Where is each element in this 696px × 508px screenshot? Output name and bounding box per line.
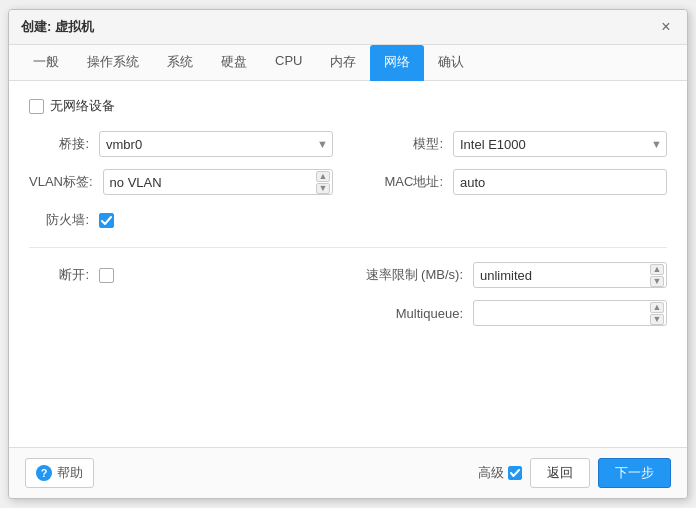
rate-row: 速率限制 (MB/s): ▲ ▼ bbox=[363, 260, 667, 290]
create-vm-dialog: 创建: 虚拟机 × 一般 操作系统 系统 硬盘 CPU 内存 网络 确认 无网络… bbox=[8, 9, 688, 499]
multiqueue-down-arrow[interactable]: ▼ bbox=[650, 314, 664, 325]
firewall-control bbox=[99, 213, 333, 228]
rate-input[interactable] bbox=[473, 262, 667, 288]
advanced-check-icon bbox=[510, 469, 520, 477]
close-button[interactable]: × bbox=[657, 18, 675, 36]
vlan-input[interactable] bbox=[103, 169, 333, 195]
bridge-select-wrapper: vmbr0 vmbr1 vmbr2 ▼ bbox=[99, 131, 333, 157]
vlan-label: VLAN标签: bbox=[29, 173, 103, 191]
multiqueue-arrows: ▲ ▼ bbox=[650, 300, 664, 326]
multiqueue-control: ▲ ▼ bbox=[473, 300, 667, 326]
vlan-down-arrow[interactable]: ▼ bbox=[316, 183, 330, 194]
rate-down-arrow[interactable]: ▼ bbox=[650, 276, 664, 287]
divider bbox=[29, 247, 667, 248]
mac-row: MAC地址: bbox=[363, 167, 667, 197]
advanced-check: 高级 bbox=[478, 464, 522, 482]
tab-bar: 一般 操作系统 系统 硬盘 CPU 内存 网络 确认 bbox=[9, 45, 687, 81]
section-right: 模型: Intel E1000 VirtIO (paravirtualized)… bbox=[363, 129, 667, 235]
mac-label: MAC地址: bbox=[363, 173, 453, 191]
disconnect-label: 断开: bbox=[29, 266, 99, 284]
rate-spinner-wrapper: ▲ ▼ bbox=[473, 262, 667, 288]
bridge-label: 桥接: bbox=[29, 135, 99, 153]
tab-network[interactable]: 网络 bbox=[370, 45, 424, 81]
tab-os[interactable]: 操作系统 bbox=[73, 45, 153, 81]
multiqueue-up-arrow[interactable]: ▲ bbox=[650, 302, 664, 313]
disconnect-row: 断开: bbox=[29, 260, 333, 290]
no-network-checkbox[interactable] bbox=[29, 99, 44, 114]
disconnect-checkbox[interactable] bbox=[99, 268, 114, 283]
model-row: 模型: Intel E1000 VirtIO (paravirtualized)… bbox=[363, 129, 667, 159]
model-select-wrapper: Intel E1000 VirtIO (paravirtualized) Rea… bbox=[453, 131, 667, 157]
bridge-control: vmbr0 vmbr1 vmbr2 ▼ bbox=[99, 131, 333, 157]
mac-control bbox=[453, 169, 667, 195]
question-icon: ? bbox=[36, 465, 52, 481]
help-label: 帮助 bbox=[57, 464, 83, 482]
vlan-row: VLAN标签: ▲ ▼ bbox=[29, 167, 333, 197]
tab-cpu[interactable]: CPU bbox=[261, 45, 316, 81]
next-button[interactable]: 下一步 bbox=[598, 458, 671, 488]
firewall-label: 防火墙: bbox=[29, 211, 99, 229]
tab-memory[interactable]: 内存 bbox=[316, 45, 370, 81]
mac-input[interactable] bbox=[453, 169, 667, 195]
section-left-2: 断开: bbox=[29, 260, 333, 328]
help-button[interactable]: ? 帮助 bbox=[25, 458, 94, 488]
check-icon bbox=[101, 216, 112, 225]
dialog-title: 创建: 虚拟机 bbox=[21, 18, 94, 36]
firewall-row: 防火墙: bbox=[29, 205, 333, 235]
multiqueue-input[interactable] bbox=[473, 300, 667, 326]
multiqueue-label: Multiqueue: bbox=[363, 306, 473, 321]
no-network-row: 无网络设备 bbox=[29, 97, 667, 115]
footer-right: 高级 返回 下一步 bbox=[478, 458, 671, 488]
no-network-label: 无网络设备 bbox=[50, 97, 115, 115]
vlan-up-arrow[interactable]: ▲ bbox=[316, 171, 330, 182]
rate-up-arrow[interactable]: ▲ bbox=[650, 264, 664, 275]
model-control: Intel E1000 VirtIO (paravirtualized) Rea… bbox=[453, 131, 667, 157]
rate-label: 速率限制 (MB/s): bbox=[363, 266, 473, 284]
footer: ? 帮助 高级 返回 下一步 bbox=[9, 447, 687, 498]
form-section: 桥接: vmbr0 vmbr1 vmbr2 ▼ bbox=[29, 129, 667, 235]
tab-disk[interactable]: 硬盘 bbox=[207, 45, 261, 81]
back-button[interactable]: 返回 bbox=[530, 458, 590, 488]
multiqueue-row: Multiqueue: ▲ ▼ bbox=[363, 298, 667, 328]
tab-general[interactable]: 一般 bbox=[19, 45, 73, 81]
section-left: 桥接: vmbr0 vmbr1 vmbr2 ▼ bbox=[29, 129, 333, 235]
tab-system[interactable]: 系统 bbox=[153, 45, 207, 81]
advanced-label: 高级 bbox=[478, 464, 504, 482]
bridge-select[interactable]: vmbr0 vmbr1 vmbr2 bbox=[99, 131, 333, 157]
form-section-2: 断开: 速率限制 (MB/s): ▲ bbox=[29, 260, 667, 328]
rate-control: ▲ ▼ bbox=[473, 262, 667, 288]
advanced-checkbox[interactable] bbox=[508, 466, 522, 480]
model-label: 模型: bbox=[363, 135, 453, 153]
tab-confirm[interactable]: 确认 bbox=[424, 45, 478, 81]
title-bar: 创建: 虚拟机 × bbox=[9, 10, 687, 45]
disconnect-control bbox=[99, 268, 333, 283]
model-select[interactable]: Intel E1000 VirtIO (paravirtualized) Rea… bbox=[453, 131, 667, 157]
vlan-control: ▲ ▼ bbox=[103, 169, 333, 195]
multiqueue-spinner-wrapper: ▲ ▼ bbox=[473, 300, 667, 326]
vlan-arrows: ▲ ▼ bbox=[316, 169, 330, 195]
rate-arrows: ▲ ▼ bbox=[650, 262, 664, 288]
firewall-checkbox[interactable] bbox=[99, 213, 114, 228]
bridge-row: 桥接: vmbr0 vmbr1 vmbr2 ▼ bbox=[29, 129, 333, 159]
section-right-2: 速率限制 (MB/s): ▲ ▼ Multiqueue: bbox=[363, 260, 667, 328]
content-area: 无网络设备 桥接: vmbr0 vmbr1 vmbr2 bbox=[9, 81, 687, 447]
vlan-spinner-wrapper: ▲ ▼ bbox=[103, 169, 333, 195]
